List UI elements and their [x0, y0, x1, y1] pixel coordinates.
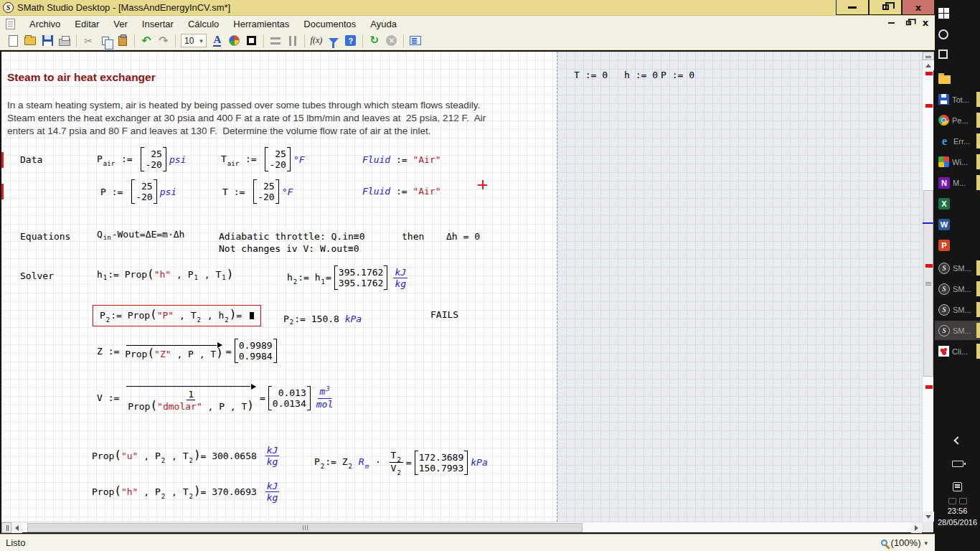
- mdi-close-button[interactable]: x: [920, 18, 930, 27]
- error-marker[interactable]: [925, 264, 933, 268]
- menu-ver[interactable]: Ver: [106, 17, 135, 31]
- undo-button[interactable]: ↶: [138, 33, 154, 49]
- math-region-z[interactable]: Z := Prop("Z" , P , T) = 0.99890.9984: [97, 339, 280, 363]
- then-label[interactable]: then: [402, 231, 424, 242]
- battery-indicator[interactable]: [935, 458, 980, 469]
- taskbar-item-powerpoint[interactable]: P: [935, 235, 980, 255]
- math-region-p2-ideal-gas[interactable]: P2:= Z2 Rm · T2V2 = 172.3689150.7993 kPa: [314, 450, 488, 475]
- reference-button[interactable]: ?: [343, 33, 359, 49]
- math-region-prop-u[interactable]: Prop("u" , P2 , T2)= 300.0658 kJkg: [92, 445, 282, 467]
- problem-text-line2[interactable]: Steam enters the heat exchanger at 30 ps…: [7, 112, 486, 125]
- math-region-energy-balance[interactable]: Qin-Wout=ΔE=m·Δh: [97, 229, 184, 240]
- scroll-right-button[interactable]: [911, 522, 922, 533]
- math-region-p-steam[interactable]: P := 25-20 psi: [100, 179, 176, 204]
- taskbar-item-explorer[interactable]: [935, 69, 980, 88]
- open-button[interactable]: [22, 33, 38, 49]
- horizontal-scroll-thumb[interactable]: [27, 523, 583, 532]
- zoom-control[interactable]: (100%) ▾: [881, 537, 928, 548]
- worksheet-heading[interactable]: Steam to air heat exchanger: [7, 71, 156, 84]
- adiabatic-note-2[interactable]: Not changes iv V: W.out≡0: [219, 243, 359, 254]
- options-button[interactable]: [407, 33, 423, 49]
- taskbar-item-word[interactable]: W: [935, 215, 980, 234]
- background-color-button[interactable]: [227, 33, 242, 49]
- fails-label[interactable]: FAILS: [430, 309, 458, 320]
- show-hidden-icons-button[interactable]: [935, 435, 980, 446]
- task-view-button[interactable]: [935, 44, 980, 64]
- cut-button[interactable]: ✂: [80, 33, 96, 49]
- mdi-minimize-button[interactable]: [886, 18, 896, 27]
- problem-text-line3[interactable]: enters at 14.7 psia and 80 F and leaves …: [7, 125, 431, 138]
- problem-text-line1[interactable]: In a steam heating system, air is heated…: [7, 99, 480, 112]
- new-button[interactable]: [5, 33, 21, 49]
- restore-button[interactable]: [869, 0, 902, 15]
- menu-ayuda[interactable]: Ayuda: [363, 17, 404, 31]
- error-marker[interactable]: [925, 385, 933, 389]
- delta-h-zero[interactable]: Δh = 0: [446, 231, 480, 242]
- error-marker[interactable]: [925, 104, 933, 108]
- vertical-scrollbar[interactable]: [922, 52, 933, 522]
- menu-insertar[interactable]: Insertar: [135, 17, 181, 31]
- scroll-up-button[interactable]: [923, 60, 934, 70]
- math-region-fluid-2[interactable]: Fluid := "Air": [362, 186, 441, 197]
- border-button[interactable]: [244, 33, 260, 49]
- adiabatic-note-1[interactable]: Adiabatic throttle: Q.in≡0: [219, 231, 365, 242]
- menu-calculo[interactable]: Cálculo: [181, 17, 226, 31]
- align-vertical-button[interactable]: [285, 33, 301, 49]
- math-region-t-zero[interactable]: T := 0: [574, 70, 608, 80]
- tray-mini-icons[interactable]: [935, 496, 980, 505]
- math-region-h1[interactable]: h1:= Prop("h" , P1 , T1): [97, 269, 233, 280]
- menu-herramientas[interactable]: Herramientas: [226, 17, 296, 31]
- copy-button[interactable]: [98, 33, 113, 49]
- redo-button[interactable]: ↷: [156, 33, 171, 49]
- paste-button[interactable]: [115, 33, 131, 49]
- math-region-p-zero[interactable]: P := 0: [661, 70, 694, 80]
- data-label[interactable]: Data: [20, 154, 42, 165]
- worksheet-page[interactable]: Steam to air heat exchanger In a steam h…: [1, 52, 922, 522]
- split-view-handle-horizontal[interactable]: [1, 522, 11, 533]
- menu-editar[interactable]: Editar: [67, 17, 106, 31]
- start-button[interactable]: [935, 4, 980, 24]
- math-region-v[interactable]: V := 1Prop("dmolar" , P , T) = 0.0130.01…: [97, 384, 336, 412]
- clock-time[interactable]: 23:56: [935, 507, 980, 515]
- vertical-scroll-thumb[interactable]: [923, 190, 933, 377]
- cortana-button[interactable]: [935, 24, 980, 44]
- taskbar-item-chrome[interactable]: Pe...: [935, 110, 980, 130]
- math-region-h-zero[interactable]: h := 0: [624, 70, 658, 80]
- split-view-handle[interactable]: [923, 52, 934, 60]
- menu-archivo[interactable]: Archivo: [22, 17, 67, 31]
- action-center-button[interactable]: [935, 481, 980, 492]
- mdi-restore-button[interactable]: [903, 18, 913, 27]
- taskbar-item-total-commander[interactable]: Tot...: [935, 90, 980, 109]
- taskbar-item-onenote[interactable]: NM...: [935, 173, 980, 192]
- recalculate-button[interactable]: ↻: [367, 33, 382, 49]
- minimize-button[interactable]: [836, 0, 869, 15]
- taskbar-item-smath-1[interactable]: SSM...: [935, 258, 980, 278]
- filter-button[interactable]: [326, 33, 341, 49]
- taskbar-item-smath-3[interactable]: SSM...: [935, 300, 980, 319]
- math-region-p2-value[interactable]: P2:= 150.8 kPa: [283, 314, 362, 324]
- clock-date[interactable]: 28/05/2016: [935, 518, 980, 527]
- math-region-prop-h[interactable]: Prop("h" , P2 , T2)= 370.0693 kJkg: [92, 481, 282, 503]
- save-button[interactable]: [39, 33, 55, 49]
- error-marker[interactable]: [925, 72, 933, 75]
- taskbar-item-clipboard-app[interactable]: Cli...: [935, 342, 980, 361]
- taskbar-item-windows-app[interactable]: Wi...: [935, 152, 980, 171]
- align-horizontal-button[interactable]: [268, 33, 283, 49]
- function-button[interactable]: f(x): [308, 33, 324, 49]
- scroll-down-button[interactable]: [923, 512, 934, 522]
- taskbar-item-smath-2[interactable]: SSM...: [935, 279, 980, 298]
- taskbar-item-edge[interactable]: eErr...: [935, 131, 980, 151]
- horizontal-scrollbar[interactable]: [1, 522, 922, 532]
- document-icon[interactable]: [6, 19, 15, 29]
- taskbar-item-excel[interactable]: X: [935, 194, 980, 213]
- math-region-t-air[interactable]: Tair := 25-20 °F: [221, 147, 305, 171]
- font-color-button[interactable]: A: [209, 33, 225, 49]
- math-region-p2-prop-error[interactable]: P2:= Prop("P" , T2 , h2)=: [93, 305, 261, 326]
- print-button[interactable]: [57, 33, 72, 49]
- scroll-left-button[interactable]: [11, 522, 22, 533]
- taskbar-item-smath-4-active[interactable]: SSM...: [935, 321, 980, 340]
- equations-label[interactable]: Equations: [20, 231, 70, 242]
- menu-documentos[interactable]: Documentos: [296, 17, 363, 31]
- out-of-page-area[interactable]: [557, 52, 922, 522]
- insertion-cursor-cross[interactable]: [478, 180, 487, 189]
